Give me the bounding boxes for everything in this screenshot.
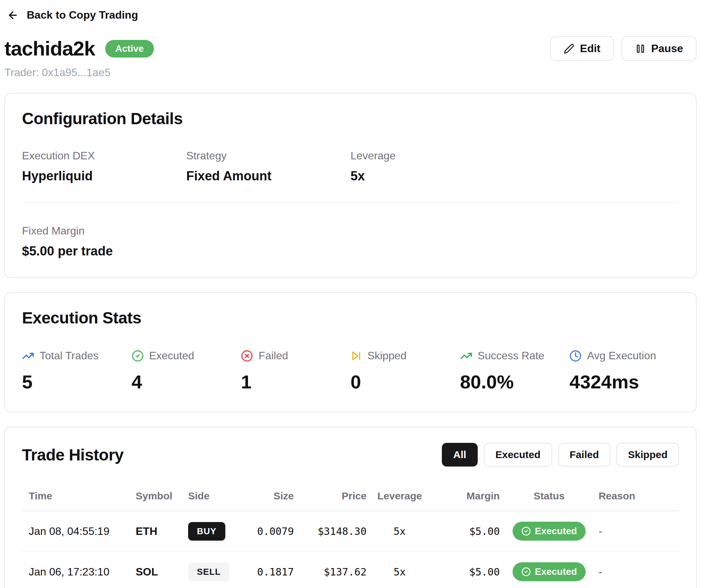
column-header-side: Side bbox=[183, 485, 235, 511]
cell-price: $137.62 bbox=[299, 551, 372, 588]
status-executed-badge: Executed bbox=[513, 562, 586, 581]
execution-stats-card: Execution Stats Total Trades 5 Executed … bbox=[4, 292, 697, 412]
config-field-label: Execution DEX bbox=[22, 150, 186, 162]
cell-price: $3148.30 bbox=[299, 511, 372, 551]
stat-value: 5 bbox=[22, 371, 132, 393]
pause-label: Pause bbox=[651, 42, 683, 55]
config-field-fixed-margin: Fixed Margin $5.00 per trade bbox=[22, 225, 186, 258]
check-circle-icon bbox=[521, 526, 531, 536]
config-field-value: Hyperliquid bbox=[22, 169, 186, 183]
trade-history-card: Trade History All Executed Failed Skippe… bbox=[4, 427, 697, 588]
config-field-value: 5x bbox=[350, 169, 515, 183]
configuration-divider bbox=[22, 202, 679, 203]
pencil-icon bbox=[564, 43, 574, 54]
pause-icon bbox=[635, 43, 646, 54]
side-badge: BUY bbox=[188, 522, 225, 541]
status-executed-badge: Executed bbox=[513, 522, 586, 541]
check-circle-icon bbox=[132, 350, 144, 362]
stats-grid: Total Trades 5 Executed 4 Failed 1 Skipp… bbox=[22, 349, 679, 393]
trader-address: Trader: 0x1a95...1ae5 bbox=[4, 66, 697, 79]
skip-forward-icon bbox=[350, 350, 362, 362]
config-field-value: Fixed Amount bbox=[186, 169, 351, 183]
table-row[interactable]: Jan 06, 17:23:10 SOL SELL 0.1817 $137.62… bbox=[22, 551, 679, 588]
stat: Executed 4 bbox=[132, 349, 241, 393]
edit-label: Edit bbox=[580, 42, 600, 55]
stat-value: 4 bbox=[132, 371, 241, 393]
back-link[interactable]: Back to Copy Trading bbox=[4, 7, 143, 23]
x-circle-icon bbox=[241, 350, 253, 362]
cell-leverage: 5x bbox=[372, 511, 427, 551]
filter-button-all[interactable]: All bbox=[442, 443, 478, 467]
side-badge: SELL bbox=[188, 563, 229, 581]
cell-symbol: ETH bbox=[130, 511, 183, 551]
configuration-grid: Execution DEX Hyperliquid Strategy Fixed… bbox=[22, 150, 679, 183]
back-label: Back to Copy Trading bbox=[27, 9, 138, 21]
check-circle-icon bbox=[521, 567, 531, 576]
status-badge: Active bbox=[105, 40, 154, 58]
stat: Skipped 0 bbox=[350, 349, 460, 393]
copy-trading-detail-page: Back to Copy Trading tachida2k Active Ed… bbox=[0, 0, 701, 588]
stat-label: Success Rate bbox=[478, 349, 544, 362]
column-header-margin: Margin bbox=[427, 485, 505, 511]
stat-label: Total Trades bbox=[40, 349, 98, 362]
stat-label: Failed bbox=[258, 349, 288, 362]
stat: Avg Execution 4324ms bbox=[569, 349, 679, 393]
cell-status: Executed bbox=[505, 511, 593, 551]
column-header-price: Price bbox=[299, 485, 372, 511]
config-field: Leverage 5x bbox=[350, 150, 515, 183]
status-label: Executed bbox=[535, 566, 577, 577]
configuration-title: Configuration Details bbox=[22, 109, 679, 128]
table-header-row: TimeSymbolSideSizePriceLeverageMarginSta… bbox=[22, 485, 679, 511]
title-row: tachida2k Active Edit Pause bbox=[4, 36, 697, 61]
clock-icon bbox=[569, 350, 582, 362]
fixed-margin-row: Fixed Margin $5.00 per trade bbox=[22, 225, 679, 258]
filter-button-failed[interactable]: Failed bbox=[558, 443, 611, 467]
config-field-value: $5.00 per trade bbox=[22, 244, 186, 258]
column-header-leverage: Leverage bbox=[372, 485, 427, 511]
table-row[interactable]: Jan 08, 04:55:19 ETH BUY 0.0079 $3148.30… bbox=[22, 511, 679, 551]
config-field: Execution DEX Hyperliquid bbox=[22, 150, 186, 183]
cell-time: Jan 06, 17:23:10 bbox=[22, 551, 130, 588]
column-header-symbol: Symbol bbox=[130, 485, 183, 511]
stat: Success Rate 80.0% bbox=[460, 349, 570, 393]
header-actions: Edit Pause bbox=[550, 36, 697, 61]
cell-symbol: SOL bbox=[130, 551, 183, 588]
stat-value: 80.0% bbox=[460, 371, 570, 393]
column-header-status: Status bbox=[505, 485, 593, 511]
stat-label: Executed bbox=[149, 349, 194, 362]
trending-up-icon bbox=[460, 350, 472, 362]
cell-side: BUY bbox=[183, 511, 235, 551]
trade-history-header: Trade History All Executed Failed Skippe… bbox=[22, 443, 679, 467]
cell-reason: - bbox=[593, 551, 679, 588]
cell-size: 0.0079 bbox=[235, 511, 299, 551]
cell-side: SELL bbox=[183, 551, 235, 588]
stat-label: Skipped bbox=[367, 349, 407, 362]
stat-value: 4324ms bbox=[569, 371, 679, 393]
cell-reason: - bbox=[593, 511, 679, 551]
config-field-label: Leverage bbox=[350, 150, 515, 162]
cell-status: Executed bbox=[505, 551, 593, 588]
column-header-time: Time bbox=[22, 485, 130, 511]
cell-leverage: 5x bbox=[372, 551, 427, 588]
filter-button-executed[interactable]: Executed bbox=[484, 443, 552, 467]
stat: Total Trades 5 bbox=[22, 349, 132, 393]
stat-value: 1 bbox=[241, 371, 350, 393]
pause-button[interactable]: Pause bbox=[621, 36, 697, 61]
stat: Failed 1 bbox=[241, 349, 350, 393]
cell-margin: $5.00 bbox=[427, 551, 505, 588]
edit-button[interactable]: Edit bbox=[550, 36, 614, 61]
trade-history-table: TimeSymbolSideSizePriceLeverageMarginSta… bbox=[22, 485, 679, 588]
cell-margin: $5.00 bbox=[427, 511, 505, 551]
cell-size: 0.1817 bbox=[235, 551, 299, 588]
config-field-label: Fixed Margin bbox=[22, 225, 186, 237]
cell-time: Jan 08, 04:55:19 bbox=[22, 511, 130, 551]
trending-up-icon bbox=[22, 350, 34, 362]
status-label: Executed bbox=[535, 526, 577, 537]
filter-button-skipped[interactable]: Skipped bbox=[616, 443, 679, 467]
execution-stats-title: Execution Stats bbox=[22, 309, 679, 327]
trade-history-filters: All Executed Failed Skipped bbox=[442, 443, 679, 467]
config-field: Strategy Fixed Amount bbox=[186, 150, 351, 183]
trade-history-title: Trade History bbox=[22, 446, 123, 464]
stat-value: 0 bbox=[350, 371, 460, 393]
config-field-label: Strategy bbox=[186, 150, 351, 162]
